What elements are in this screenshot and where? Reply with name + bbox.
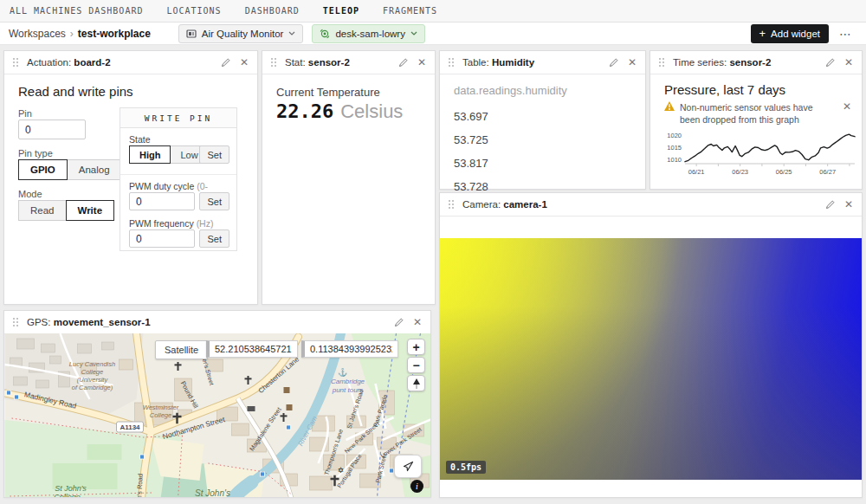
drag-handle-icon[interactable] <box>659 58 664 67</box>
machine-select[interactable]: desk-sam-lowry <box>312 24 425 43</box>
nav-tab-dashboard[interactable]: DASHBOARD <box>245 6 300 16</box>
svg-text:1015: 1015 <box>667 144 682 152</box>
pwm-freq-input[interactable] <box>129 229 195 248</box>
nav-tab-all-machines-dashboard[interactable]: ALL MACHINES DASHBOARD <box>10 6 143 16</box>
pwm-duty-set-button[interactable]: Set <box>199 192 229 210</box>
machine-select-label: desk-sam-lowry <box>335 29 405 39</box>
widget-title: Camera: camera-1 <box>462 199 547 210</box>
camera-stream-image: 0.5fps <box>440 238 862 480</box>
widget-title: GPS: movement_sensor-1 <box>27 317 151 327</box>
table-row: 53.697 <box>454 105 488 128</box>
pressure-chart: 10101015102006/2106/2306/2506/27 <box>654 127 860 183</box>
svg-text:1020: 1020 <box>667 132 682 139</box>
pin-type-toggle-gpio[interactable]: GPIO <box>18 159 68 180</box>
mode-label: Mode <box>18 189 42 199</box>
museum-icon <box>248 406 255 411</box>
drag-handle-icon[interactable] <box>449 58 454 67</box>
chart-title: Pressure, last 7 days <box>664 82 785 97</box>
pwm-duty-input[interactable] <box>129 192 195 210</box>
compass-button[interactable] <box>407 375 425 391</box>
drag-handle-icon[interactable] <box>271 58 276 67</box>
widget-header: Time series: sensor-2 ✕ <box>650 51 862 74</box>
state-toggle-high[interactable]: High <box>129 145 171 164</box>
stat-value: 22.26 <box>276 100 333 122</box>
table-row: 53.725 <box>454 128 488 152</box>
widget-camera: Camera: camera-1 ✕ 0.5fps <box>439 192 863 498</box>
zoom-in-button[interactable]: + <box>407 339 425 355</box>
satellite-toggle-button[interactable]: Satellite <box>155 340 208 359</box>
map-canvas[interactable]: ✡ ⚓ A1134 Lucy CavendishCollege(Universi… <box>4 333 430 497</box>
workspace-select[interactable]: Air Quality Monitor <box>178 24 304 43</box>
map-label: St John's <box>55 484 87 493</box>
navigation-arrow-icon <box>403 461 414 472</box>
svg-text:1010: 1010 <box>667 156 682 164</box>
pwm-freq-set-button[interactable]: Set <box>199 229 229 248</box>
widget-title: Table: Humidity <box>462 57 534 68</box>
edit-icon[interactable] <box>393 317 404 328</box>
close-icon[interactable]: ✕ <box>240 57 249 68</box>
close-icon[interactable]: ✕ <box>844 199 853 210</box>
nav-tab-locations[interactable]: LOCATIONS <box>166 6 221 16</box>
gps-map[interactable]: ✡ ⚓ A1134 Lucy CavendishCollege(Universi… <box>4 333 430 497</box>
add-widget-label: Add widget <box>771 29 820 39</box>
breadcrumb-separator: › <box>70 28 74 40</box>
table-column-header: data.readings.humidity <box>454 84 567 97</box>
nav-tab-teleop[interactable]: TELEOP <box>323 6 359 16</box>
table-row: 53.817 <box>454 152 488 175</box>
svg-text:A1134: A1134 <box>120 423 140 431</box>
close-icon[interactable]: ✕ <box>413 317 422 327</box>
edit-icon[interactable] <box>824 57 836 68</box>
map-label: Lucy Cavendish <box>69 360 115 368</box>
latitude-input[interactable] <box>206 340 298 358</box>
map-info-button[interactable]: i <box>410 480 423 493</box>
mode-toggle-write[interactable]: Write <box>66 200 115 221</box>
widget-header: Camera: camera-1 ✕ <box>440 193 862 216</box>
mode-toggle: ReadWrite <box>18 200 114 221</box>
warning-close-icon[interactable]: ✕ <box>843 101 851 112</box>
drag-handle-icon[interactable] <box>13 318 18 326</box>
pin-type-toggle-analog[interactable]: Analog <box>67 159 122 180</box>
state-label: State <box>129 134 229 145</box>
edit-icon[interactable] <box>608 57 619 68</box>
pin-type-label: Pin type <box>18 148 53 158</box>
close-icon[interactable]: ✕ <box>844 57 853 68</box>
map-label: College <box>150 411 171 419</box>
machine-part-icon <box>186 29 197 39</box>
edit-icon[interactable] <box>824 199 836 210</box>
edit-icon[interactable] <box>397 57 409 68</box>
widget-header: Actuation: board-2 ✕ <box>4 51 257 74</box>
overflow-menu-button[interactable]: ⋯ <box>839 27 852 41</box>
machine-status-icon <box>320 29 330 39</box>
svg-text:06/27: 06/27 <box>819 168 836 176</box>
map-label: of Cambridge) <box>72 384 113 391</box>
svg-text:06/25: 06/25 <box>776 168 792 176</box>
widget-title: Time series: sensor-2 <box>673 57 771 68</box>
edit-icon[interactable] <box>220 57 231 68</box>
add-widget-button[interactable]: + Add widget <box>751 24 830 43</box>
state-set-button[interactable]: Set <box>199 145 229 164</box>
close-icon[interactable]: ✕ <box>628 57 637 68</box>
longitude-input[interactable] <box>301 340 398 358</box>
nav-tab-fragments[interactable]: FRAGMENTS <box>383 6 437 16</box>
map-label: College <box>54 493 81 497</box>
top-nav: ALL MACHINES DASHBOARDLOCATIONSDASHBOARD… <box>0 0 866 23</box>
pwm-freq-label: PWM frequency (Hz) <box>129 218 229 229</box>
drag-handle-icon[interactable] <box>449 200 454 209</box>
drag-handle-icon[interactable] <box>13 58 18 67</box>
map-label: Queen's Road <box>134 474 144 497</box>
tower-icon <box>287 404 293 410</box>
tower-icon <box>284 387 290 393</box>
close-icon[interactable]: ✕ <box>417 57 426 68</box>
zoom-out-button[interactable]: − <box>407 357 425 373</box>
widget-stat: Stat: sensor-2 ✕ Current Temperature 22.… <box>262 50 436 305</box>
breadcrumb-root[interactable]: Workspaces <box>9 28 66 40</box>
widget-gps: GPS: movement_sensor-1 ✕ <box>3 310 431 498</box>
pin-input[interactable] <box>18 120 86 139</box>
map-label: (University <box>77 376 109 384</box>
mode-toggle-read[interactable]: Read <box>18 200 67 221</box>
pin-label: Pin <box>18 108 32 119</box>
synagogue-icon: ✡ <box>338 466 345 475</box>
humidity-rows: 53.69753.72553.81753.728 <box>454 105 488 198</box>
locate-button[interactable] <box>394 455 422 478</box>
workspace-select-label: Air Quality Monitor <box>202 29 284 39</box>
